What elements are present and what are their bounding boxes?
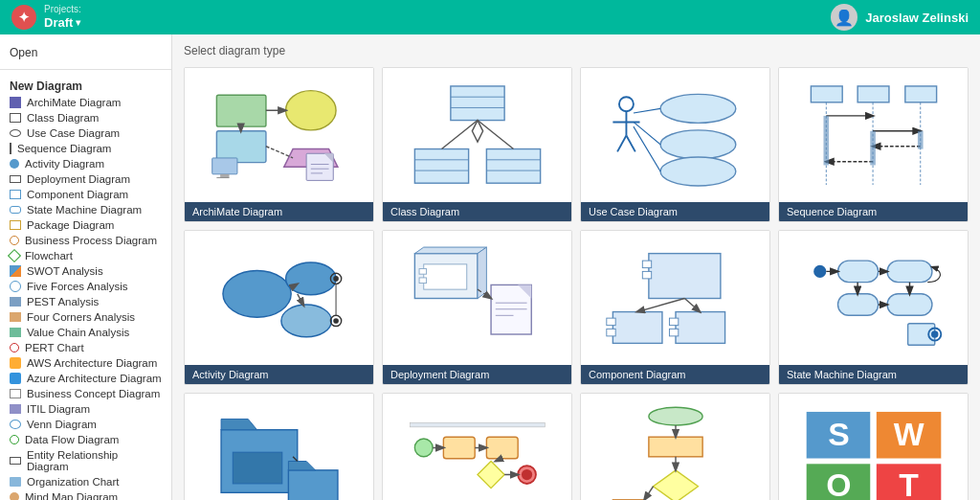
svg-rect-79	[676, 311, 725, 343]
usecase-icon	[10, 129, 21, 137]
svg-rect-77	[606, 318, 614, 326]
diagram-preview-class	[383, 68, 571, 202]
component-icon	[10, 190, 21, 199]
diagram-card-component[interactable]: Component Diagram	[580, 230, 770, 385]
sidebar-item-deployment[interactable]: Deployment Diagram	[0, 171, 171, 187]
svg-rect-65	[419, 268, 427, 274]
sidebar-item-label: Entity Relationship Diagram	[27, 449, 162, 472]
svg-rect-8	[220, 173, 229, 177]
sidebar-item-org[interactable]: Organization Chart	[0, 474, 171, 489]
svg-rect-49	[870, 130, 876, 165]
svg-text:S: S	[828, 415, 850, 451]
sidebar-item-package[interactable]: Package Diagram	[0, 217, 171, 233]
sidebar-item-venn[interactable]: Venn Diagram	[0, 417, 171, 432]
svg-rect-75	[642, 271, 651, 279]
pest-icon	[10, 297, 21, 307]
sidebar-item-aws[interactable]: AWS Architecture Diagram	[0, 355, 171, 371]
class-preview-svg	[406, 80, 549, 191]
sidebar-item-bcd[interactable]: Business Concept Diagram	[0, 386, 171, 401]
svg-rect-40	[904, 85, 936, 102]
valuechain-icon	[10, 328, 21, 337]
diagram-card-swot[interactable]: S W O T SWOT Analysis	[778, 393, 969, 500]
sidebar-item-azure[interactable]: Azure Architecture Diagram	[0, 371, 171, 386]
svg-line-31	[626, 135, 635, 151]
sidebar-item-sequence[interactable]: Sequence Diagram	[0, 141, 171, 156]
sidebar-item-flowchart[interactable]: Flowchart	[0, 248, 171, 263]
diagram-card-sequence[interactable]: Sequence Diagram	[778, 67, 969, 222]
sidebar-item-label: Mind Map Diagram	[25, 491, 118, 500]
sidebar-item-pest[interactable]: PEST Analysis	[0, 294, 171, 309]
org-icon	[10, 477, 21, 487]
sidebar-item-erd[interactable]: Entity Relationship Diagram	[0, 447, 171, 474]
sidebar-item-valuechain[interactable]: Value Chain Analysis	[0, 325, 171, 340]
diagram-preview-component	[581, 231, 769, 365]
sidebar-item-archimate[interactable]: ArchiMate Diagram	[0, 95, 171, 110]
sidebar-item-statemachine[interactable]: State Machine Diagram	[0, 202, 171, 217]
sidebar-item-activity[interactable]: Activity Diagram	[0, 156, 171, 171]
itil-icon	[10, 404, 21, 414]
sidebar-item-pert[interactable]: PERT Chart	[0, 340, 171, 355]
svg-rect-78	[606, 329, 614, 336]
svg-point-34	[660, 157, 736, 186]
svg-rect-86	[837, 293, 878, 315]
sidebar-item-swot[interactable]: SWOT Analysis	[0, 263, 171, 279]
svg-line-30	[617, 135, 626, 151]
statemachine-preview-svg	[802, 243, 946, 353]
svg-rect-18	[414, 148, 468, 183]
sidebar-item-class[interactable]: Class Diagram	[0, 110, 171, 125]
diagram-card-usecase[interactable]: Use Case Diagram	[580, 67, 770, 222]
flowchart-preview-svg	[604, 401, 747, 501]
sidebar-item-label: Class Diagram	[27, 112, 99, 124]
sidebar-item-dfd[interactable]: Data Flow Diagram	[0, 432, 171, 447]
svg-rect-113	[410, 422, 545, 427]
sidebar-item-mindmap[interactable]: Mind Map Diagram	[0, 489, 171, 500]
sidebar-item-bpd[interactable]: Business Process Diagram	[0, 233, 171, 248]
svg-point-53	[280, 305, 331, 337]
diagram-card-archimate[interactable]: ArchiMate Diagram	[184, 67, 374, 222]
main-layout: Open New Diagram ArchiMate Diagram Class…	[0, 34, 980, 500]
diagram-card-activity[interactable]: Activity Diagram	[184, 230, 374, 385]
sidebar-item-4corners[interactable]: Four Corners Analysis	[0, 309, 171, 325]
dfd-icon	[10, 435, 19, 444]
diagram-card-package[interactable]: Package Diagram	[184, 393, 374, 500]
diagram-preview-usecase	[581, 68, 769, 202]
diagram-label-archimate: ArchiMate Diagram	[185, 202, 373, 221]
diagram-card-statemachine[interactable]: State Machine Diagram	[778, 230, 969, 385]
svg-rect-88	[887, 293, 932, 315]
sidebar-item-component[interactable]: Component Diagram	[0, 187, 171, 202]
svg-marker-62	[414, 247, 486, 254]
svg-text:T: T	[899, 466, 919, 500]
5forces-icon	[10, 281, 21, 292]
svg-line-35	[633, 108, 659, 113]
diagram-preview-deployment	[383, 231, 571, 365]
project-selector[interactable]: Projects: Draft ▾	[44, 4, 81, 31]
swot-preview-svg: S W O T	[802, 401, 946, 501]
svg-line-25	[478, 120, 514, 148]
diagram-card-bpd[interactable]: Business Process Diagram	[382, 393, 572, 500]
component-preview-svg	[604, 243, 747, 353]
sidebar-item-label: Organization Chart	[27, 476, 120, 488]
sidebar-item-label: SWOT Analysis	[27, 265, 103, 277]
sidebar-item-label: Business Concept Diagram	[27, 388, 160, 399]
project-name[interactable]: Draft ▾	[44, 15, 81, 31]
svg-rect-39	[858, 85, 889, 102]
sidebar-item-label: Five Forces Analysis	[27, 281, 127, 292]
diagram-card-deployment[interactable]: Deployment Diagram	[382, 230, 572, 385]
diagram-preview-package	[185, 394, 373, 500]
package-preview-svg	[208, 401, 351, 501]
diagram-label-usecase: Use Case Diagram	[581, 202, 769, 221]
sidebar-item-itil[interactable]: ITIL Diagram	[0, 401, 171, 417]
svg-rect-105	[486, 437, 518, 459]
sidebar-item-usecase[interactable]: Use Case Diagram	[0, 125, 171, 141]
sidebar-item-label: Venn Diagram	[27, 419, 97, 430]
diagram-card-flowchart[interactable]: Flowchart	[580, 393, 770, 500]
sidebar-item-label: ITIL Diagram	[27, 403, 90, 415]
svg-rect-100	[288, 469, 338, 500]
svg-marker-98	[221, 419, 257, 429]
sidebar-item-label: Package Diagram	[27, 219, 114, 231]
svg-rect-73	[648, 253, 720, 298]
diagram-card-class[interactable]: Class Diagram	[382, 67, 572, 222]
sidebar-item-5forces[interactable]: Five Forces Analysis	[0, 279, 171, 294]
svg-marker-106	[478, 461, 504, 488]
svg-rect-38	[811, 85, 842, 102]
